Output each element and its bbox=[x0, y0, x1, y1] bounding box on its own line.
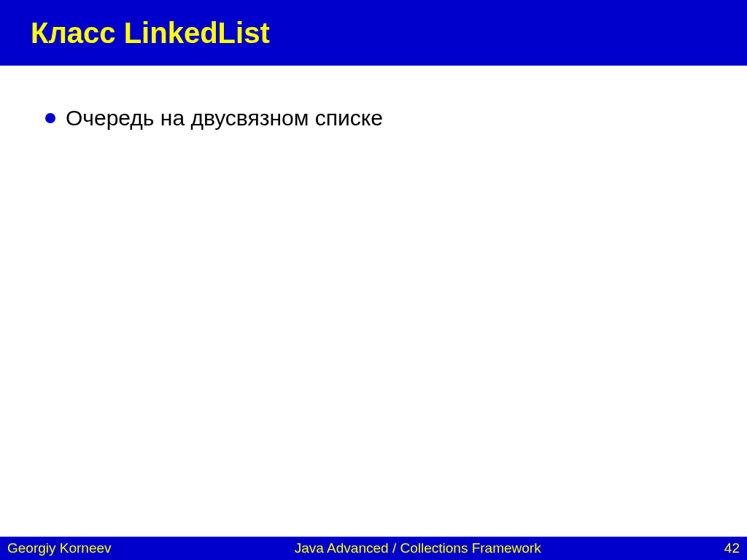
slide-content: Очередь на двусвязном списке bbox=[0, 66, 747, 131]
bullet-icon bbox=[45, 113, 55, 123]
footer-page-number: 42 bbox=[724, 540, 740, 556]
slide-footer: Georgiy Korneev Java Advanced / Collecti… bbox=[0, 537, 747, 560]
bullet-text: Очередь на двусвязном списке bbox=[66, 106, 383, 131]
slide-title: Класс LinkedList bbox=[31, 17, 270, 50]
footer-author: Georgiy Korneev bbox=[7, 540, 112, 556]
footer-course: Java Advanced / Collections Framework bbox=[112, 540, 724, 556]
slide-header: Класс LinkedList bbox=[0, 0, 747, 66]
bullet-item: Очередь на двусвязном списке bbox=[45, 106, 718, 131]
